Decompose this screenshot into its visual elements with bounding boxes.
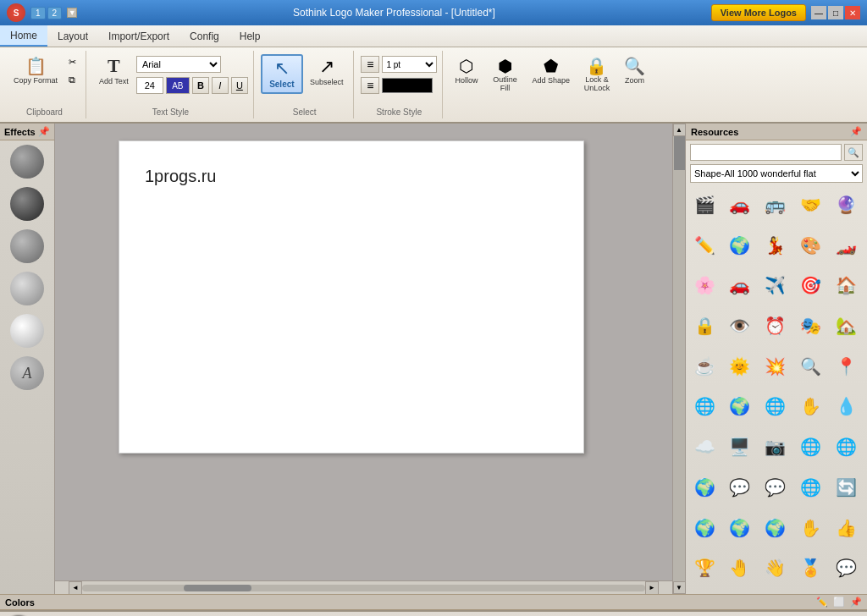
- effects-pin-icon[interactable]: 📌: [38, 126, 50, 137]
- menu-layout[interactable]: Layout: [47, 25, 98, 47]
- icon-item[interactable]: 🔮: [830, 189, 862, 221]
- minimize-button[interactable]: —: [811, 6, 826, 19]
- icon-item[interactable]: 💥: [759, 350, 792, 382]
- icon-item[interactable]: 🤝: [794, 189, 826, 221]
- icon-item[interactable]: 🏡: [830, 310, 862, 342]
- icon-item[interactable]: 🏅: [794, 552, 826, 584]
- icon-item[interactable]: ⏰: [759, 310, 792, 342]
- font-size-input[interactable]: [136, 77, 163, 94]
- icon-item[interactable]: 💬: [724, 471, 756, 503]
- resources-search-input[interactable]: [690, 144, 842, 161]
- effect-white-circle[interactable]: [10, 314, 44, 348]
- icon-item[interactable]: 📍: [830, 350, 862, 382]
- italic-button[interactable]: I: [212, 77, 229, 94]
- icon-item[interactable]: ✋: [794, 390, 826, 422]
- effect-text-a[interactable]: A: [10, 356, 44, 390]
- bold-button[interactable]: B: [192, 77, 209, 94]
- icon-item[interactable]: 💬: [759, 471, 792, 503]
- copy-format-button[interactable]: 📋 Copy Format: [8, 54, 63, 88]
- scroll-right-button[interactable]: ►: [645, 581, 659, 595]
- zoom-button[interactable]: 🔍 Zoom: [619, 54, 650, 88]
- icon-item[interactable]: 🤚: [724, 552, 756, 584]
- stroke-color-preview[interactable]: [382, 78, 433, 93]
- icon-item[interactable]: ☁️: [688, 431, 721, 463]
- effect-light-circle[interactable]: [10, 272, 44, 305]
- icon-item[interactable]: 🌍: [724, 390, 756, 422]
- lock-unlock-button[interactable]: 🔒 Lock & UnLock: [577, 54, 617, 96]
- icon-item[interactable]: 🌞: [724, 350, 756, 382]
- stroke-width-select[interactable]: 1 pt2 pt3 pt: [382, 56, 437, 73]
- icon-item[interactable]: 👋: [759, 552, 792, 584]
- colors-pin-icon[interactable]: 📌: [850, 597, 862, 608]
- menu-importexport[interactable]: Import/Export: [98, 25, 179, 47]
- hollow-button[interactable]: ⬡ Hollow: [450, 54, 483, 88]
- maximize-button[interactable]: □: [828, 6, 843, 19]
- icon-item[interactable]: 🌐: [794, 471, 826, 503]
- icon-item[interactable]: 📷: [759, 431, 792, 463]
- scroll-up-button[interactable]: ▲: [673, 124, 686, 136]
- icon-item[interactable]: 🌐: [688, 390, 721, 422]
- icon-item[interactable]: 🏠: [830, 269, 862, 301]
- icon-item[interactable]: 🔒: [688, 310, 721, 342]
- icon-item[interactable]: 👍: [830, 512, 862, 544]
- icon-item[interactable]: 💧: [830, 390, 862, 422]
- icon-item[interactable]: 💬: [830, 552, 862, 584]
- icon-item[interactable]: ✏️: [688, 229, 721, 261]
- effect-med-circle[interactable]: [10, 229, 44, 263]
- icon-item[interactable]: 🌸: [688, 269, 721, 301]
- stroke-align2-btn[interactable]: ≡: [361, 77, 379, 94]
- view-more-button[interactable]: View More Logos: [711, 4, 806, 21]
- icon-item[interactable]: 🎨: [794, 229, 826, 261]
- add-text-button[interactable]: T Add Text: [93, 54, 135, 88]
- icon-item[interactable]: 🚗: [724, 269, 756, 301]
- pencil-icon[interactable]: ✏️: [816, 597, 828, 608]
- scroll-down-button[interactable]: ▼: [673, 581, 686, 594]
- select-button[interactable]: ↖ Select: [261, 54, 303, 94]
- tab-2[interactable]: 2: [47, 7, 63, 19]
- resources-dropdown[interactable]: Shape-All 1000 wonderful flat Clipart Te…: [690, 164, 863, 183]
- icon-item[interactable]: 🎬: [688, 189, 721, 221]
- icon-item[interactable]: ✋: [794, 512, 826, 544]
- tab-menu-btn[interactable]: ▼: [67, 8, 77, 18]
- cut-button[interactable]: ✂: [64, 54, 80, 70]
- close-button[interactable]: ✕: [845, 6, 860, 19]
- icon-item[interactable]: 🔄: [830, 471, 862, 503]
- stroke-align-btn[interactable]: ≡: [361, 56, 379, 73]
- scrollbar-thumb[interactable]: [184, 585, 251, 591]
- font-select[interactable]: Arial: [136, 56, 221, 73]
- copy-button[interactable]: ⧉: [64, 72, 80, 88]
- icon-item[interactable]: 🚗: [724, 189, 756, 221]
- icon-item[interactable]: 🌍: [688, 471, 721, 503]
- scroll-left-button[interactable]: ◄: [69, 581, 82, 595]
- font-color-btn[interactable]: AB: [166, 77, 190, 94]
- icon-item[interactable]: 🎭: [794, 310, 826, 342]
- icon-item[interactable]: 🌍: [724, 512, 756, 544]
- icon-item[interactable]: ✈️: [759, 269, 792, 301]
- swatch-icon[interactable]: ⬜: [833, 597, 845, 608]
- resources-pin-icon[interactable]: 📌: [850, 126, 862, 137]
- effect-gray-circle[interactable]: [10, 145, 44, 179]
- icon-item[interactable]: 🌐: [830, 431, 862, 463]
- menu-help[interactable]: Help: [229, 25, 271, 47]
- canvas[interactable]: 1progs.ru: [119, 140, 584, 454]
- menu-home[interactable]: Home: [0, 25, 47, 47]
- icon-item[interactable]: 🌐: [759, 390, 792, 422]
- menu-config[interactable]: Config: [179, 25, 229, 47]
- tab-1[interactable]: 1: [30, 7, 46, 19]
- icon-item[interactable]: 🎯: [794, 269, 826, 301]
- icon-item[interactable]: 🔍: [794, 350, 826, 382]
- icon-item[interactable]: 🌐: [794, 431, 826, 463]
- icon-item[interactable]: 🌍: [724, 229, 756, 261]
- icon-item[interactable]: 🌍: [759, 512, 792, 544]
- add-shape-button[interactable]: ⬟ Add Shape: [527, 54, 575, 88]
- icon-item[interactable]: ☕: [688, 350, 721, 382]
- icon-item[interactable]: 🏎️: [830, 229, 862, 261]
- underline-button[interactable]: U: [231, 77, 248, 94]
- outline-fill-button[interactable]: ⬢ Outline Fill: [484, 54, 525, 96]
- search-button[interactable]: 🔍: [844, 144, 863, 161]
- icon-item[interactable]: 👁️: [724, 310, 756, 342]
- icon-item[interactable]: 🖥️: [724, 431, 756, 463]
- icon-item[interactable]: 🏆: [688, 552, 721, 584]
- icon-item[interactable]: 💃: [759, 229, 792, 261]
- icon-item[interactable]: 🚌: [759, 189, 792, 221]
